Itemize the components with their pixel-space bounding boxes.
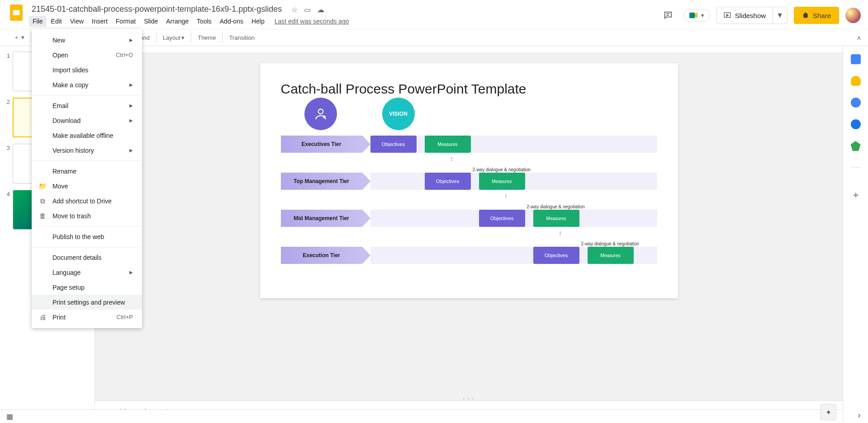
tier-track: Objectives Measures — [370, 173, 657, 190]
account-avatar[interactable] — [845, 8, 861, 23]
svg-point-8 — [323, 116, 326, 118]
title-area: 21545-01-catchball-process-powerpoint-te… — [29, 4, 659, 27]
comments-icon[interactable] — [659, 6, 677, 24]
last-edit-link[interactable]: Last edit was seconds ago — [275, 16, 349, 27]
menu-item-page-setup[interactable]: Page setup — [32, 280, 142, 295]
add-addon-icon[interactable]: ＋ — [851, 188, 861, 202]
dialogue-text: 2-way dialogue & negotiation — [581, 241, 639, 246]
vision-circle[interactable]: VISION — [382, 98, 415, 130]
svg-rect-1 — [13, 10, 20, 15]
slide-title[interactable]: Catch-ball Process PowerPoint Template — [281, 81, 657, 97]
menu-item-import-slides[interactable]: Import slides — [32, 62, 142, 77]
menu-arrange[interactable]: Arrange — [162, 16, 192, 27]
menu-item-move[interactable]: 📁Move — [32, 179, 142, 193]
collapse-toolbar-icon[interactable]: ʌ — [854, 33, 863, 43]
menu-item-open[interactable]: OpenCtrl+O — [32, 47, 142, 62]
measures-box[interactable]: Measures — [533, 210, 579, 227]
menu-view[interactable]: View — [66, 16, 87, 27]
drive-shortcut-icon: ⧉ — [38, 197, 47, 205]
layout-button[interactable]: Layout ▾ — [160, 33, 187, 43]
menu-help[interactable]: Help — [248, 16, 268, 27]
cloud-status-icon[interactable]: ☁ — [317, 5, 324, 14]
notes-drag-handle[interactable]: • • • — [95, 397, 843, 400]
star-icon[interactable]: ☆ — [291, 5, 298, 14]
tier-label[interactable]: Mid Management Tier — [281, 210, 362, 227]
menu-slide[interactable]: Slide — [140, 16, 161, 27]
tier-label[interactable]: Execution Tier — [281, 247, 362, 264]
objectives-box[interactable]: Objectives — [479, 210, 525, 227]
slideshow-dropdown[interactable]: ▼ — [773, 11, 787, 19]
slideshow-button[interactable]: Slideshow ▼ — [716, 7, 787, 24]
menu-item-language[interactable]: Language▶ — [32, 265, 142, 280]
canvas-area: Catch-ball Process PowerPoint Template V… — [95, 46, 843, 423]
menu-item-print-settings-preview[interactable]: Print settings and preview — [32, 295, 142, 310]
sidepanel-collapse-icon[interactable]: › — [858, 410, 861, 420]
menu-tools[interactable]: Tools — [193, 16, 215, 27]
measures-box[interactable]: Measures — [425, 136, 471, 153]
svg-point-7 — [318, 109, 323, 114]
document-title[interactable]: 21545-01-catchball-process-powerpoint-te… — [29, 4, 285, 15]
menu-item-document-details[interactable]: Document details — [32, 250, 142, 265]
horizontal-ruler — [95, 46, 843, 53]
menu-item-email[interactable]: Email▶ — [32, 98, 142, 113]
menu-item-version-history[interactable]: Version history▶ — [32, 143, 142, 158]
menu-item-move-to-trash[interactable]: 🗑Move to trash — [32, 208, 142, 223]
measures-box[interactable]: Measures — [588, 247, 634, 264]
tier-track: Objectives Measures — [370, 247, 657, 264]
new-slide-button[interactable]: ＋ ▾ — [11, 32, 27, 43]
tier-label[interactable]: Top Management Tier — [281, 173, 362, 190]
menu-item-add-shortcut[interactable]: ⧉Add shortcut to Drive — [32, 193, 142, 208]
menubar: File Edit View Insert Format Slide Arran… — [29, 16, 659, 27]
menu-file[interactable]: File — [29, 16, 47, 27]
tier-label[interactable]: Executives Tier — [281, 136, 362, 153]
share-label: Share — [813, 12, 831, 19]
app-header: 21545-01-catchball-process-powerpoint-te… — [0, 0, 868, 29]
menu-item-make-copy[interactable]: Make a copy▶ — [32, 77, 142, 92]
side-panel: ＋ — [843, 46, 868, 423]
dialogue-text: 2-way dialogue & negotiation — [527, 204, 585, 209]
objectives-box[interactable]: Objectives — [425, 173, 471, 190]
tier-track: Objectives Measures — [370, 210, 657, 227]
maps-icon[interactable] — [851, 141, 861, 151]
person-icon[interactable] — [304, 98, 337, 130]
menu-item-offline[interactable]: Make available offline — [32, 128, 142, 143]
tasks-icon[interactable] — [851, 98, 861, 108]
explore-button[interactable]: ✦ — [820, 404, 836, 420]
menu-format[interactable]: Format — [112, 16, 139, 27]
objectives-box[interactable]: Objectives — [533, 247, 579, 264]
menu-edit[interactable]: Edit — [47, 16, 66, 27]
folder-move-icon: 📁 — [38, 182, 47, 190]
menu-item-download[interactable]: Download▶ — [32, 113, 142, 128]
keep-icon[interactable] — [851, 76, 861, 86]
share-button[interactable]: Share — [794, 7, 839, 24]
arrow-vertical-icon: ↕ — [557, 229, 564, 240]
svg-rect-5 — [689, 13, 695, 19]
measures-box[interactable]: Measures — [479, 173, 525, 190]
file-menu-dropdown: New▶ OpenCtrl+O Import slides Make a cop… — [32, 29, 142, 328]
menu-insert[interactable]: Insert — [88, 16, 111, 27]
trash-icon: 🗑 — [38, 212, 47, 220]
thumb-number: 4 — [4, 190, 10, 230]
meet-button[interactable]: ▼ — [683, 9, 710, 22]
calendar-icon[interactable] — [851, 54, 861, 64]
arrow-vertical-icon: ↕ — [503, 192, 509, 203]
thumb-number: 3 — [4, 144, 10, 183]
move-folder-icon[interactable]: ▭ — [304, 5, 311, 14]
slide-canvas[interactable]: Catch-ball Process PowerPoint Template V… — [260, 63, 678, 298]
contacts-icon[interactable] — [851, 119, 861, 129]
menu-item-print[interactable]: 🖨PrintCtrl+P — [32, 310, 142, 324]
menu-item-new[interactable]: New▶ — [32, 33, 142, 47]
menu-item-publish[interactable]: Publish to the web — [32, 229, 142, 244]
theme-button[interactable]: Theme — [195, 33, 218, 43]
footer-bar: ▦ — [0, 409, 843, 423]
thumb-number: 1 — [4, 52, 10, 91]
grid-view-icon[interactable]: ▦ — [6, 412, 13, 421]
slides-logo-icon[interactable] — [7, 4, 25, 22]
print-icon: 🖨 — [38, 313, 47, 321]
dialogue-text: 2-way dialogue & negotiation — [473, 167, 531, 172]
objectives-box[interactable]: Objectives — [370, 136, 417, 153]
transition-button[interactable]: Transition — [226, 33, 257, 43]
tier-track: Objectives Measures — [370, 136, 657, 153]
menu-item-rename[interactable]: Rename — [32, 164, 142, 179]
menu-addons[interactable]: Add-ons — [216, 16, 247, 27]
